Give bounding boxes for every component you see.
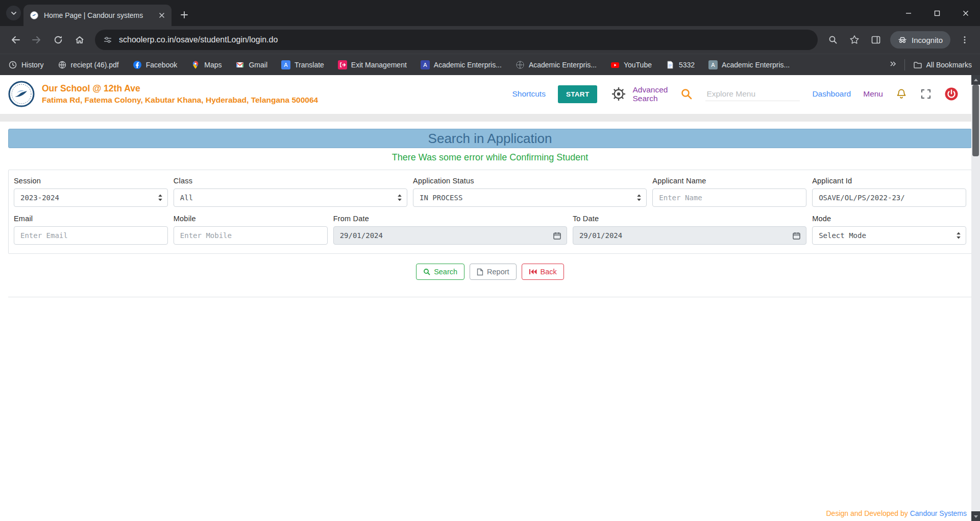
page-scrollbar[interactable] (971, 75, 980, 521)
field-from-date: From Date 29/01/2024 (333, 215, 567, 245)
facebook-icon (133, 60, 142, 69)
bookmark-reciept-pdf[interactable]: reciept (46).pdf (58, 60, 119, 69)
rewind-icon (529, 268, 537, 275)
explore-search-icon[interactable] (680, 87, 693, 101)
bookmark-academic-1[interactable]: A Academic Enterpris... (421, 60, 502, 69)
bookmark-label: YouTube (624, 61, 652, 69)
error-message: There Was some error while Confirming St… (8, 152, 972, 163)
bookmark-label: Facebook (146, 61, 177, 69)
scroll-down-icon (973, 514, 978, 518)
mobile-input[interactable] (174, 226, 328, 245)
bookmarks-overflow-button[interactable] (889, 60, 896, 69)
back-form-button[interactable]: Back (522, 264, 564, 280)
logout-power-button[interactable] (944, 87, 959, 101)
email-input[interactable] (14, 226, 168, 245)
bookmark-label: Translate (295, 61, 324, 69)
browser-tab[interactable]: Home Page | Candour systems (23, 5, 172, 26)
forward-arrow-icon (31, 34, 42, 45)
bookmark-translate[interactable]: A Translate (281, 60, 324, 69)
incognito-icon (898, 35, 907, 44)
advanced-search-button[interactable]: Advanced Search (609, 85, 668, 103)
window-minimize-button[interactable] (894, 0, 923, 26)
reload-button[interactable] (48, 30, 68, 50)
bookmark-youtube[interactable]: YouTube (610, 60, 652, 69)
forward-button[interactable] (27, 30, 47, 50)
shortcuts-link[interactable]: Shortcuts (512, 89, 545, 99)
bookmark-label: Academic Enterpris... (529, 61, 597, 69)
school-info: Our School @ 12th Ave Fatima Rd, Fatema … (42, 83, 318, 105)
site-header: Our School @ 12th Ave Fatima Rd, Fatema … (0, 75, 980, 113)
browser-menu-button[interactable] (954, 30, 975, 50)
zoom-button[interactable] (823, 30, 843, 50)
to-date-input[interactable]: 29/01/2024 (573, 226, 806, 245)
home-button[interactable] (69, 30, 90, 50)
session-label: Session (14, 177, 168, 185)
report-file-icon (477, 268, 483, 276)
bookmark-facebook[interactable]: Facebook (133, 60, 177, 69)
back-button[interactable] (5, 30, 26, 50)
bookmark-history[interactable]: History (8, 60, 44, 69)
bookmark-5332[interactable]: 5332 (666, 60, 695, 69)
plus-icon (180, 11, 188, 19)
applicant-id-input[interactable] (812, 188, 966, 207)
window-maximize-button[interactable] (923, 0, 951, 26)
mode-select[interactable]: Select Mode (812, 226, 966, 245)
applicant-name-label: Applicant Name (652, 177, 806, 185)
scroll-down-button[interactable] (971, 511, 980, 521)
bookmark-star-button[interactable] (844, 30, 865, 50)
scrollbar-thumb[interactable] (972, 85, 979, 156)
class-select[interactable]: All (174, 188, 407, 207)
search-button[interactable]: Search (416, 264, 464, 280)
bookmark-academic-3[interactable]: A Academic Enterpris... (708, 60, 790, 69)
dashboard-link[interactable]: Dashboard (812, 89, 851, 99)
scroll-up-icon (973, 78, 978, 82)
application-status-select[interactable]: IN PROCESS (413, 188, 647, 207)
incognito-badge: Incognito (890, 31, 950, 49)
academic-icon: A (421, 60, 430, 69)
header-divider-strip (0, 114, 980, 122)
tab-close-icon[interactable] (156, 10, 167, 21)
from-date-input[interactable]: 29/01/2024 (333, 226, 567, 245)
field-application-status: Application Status IN PROCESS (413, 177, 647, 207)
globe-icon (58, 60, 67, 69)
select-arrows-icon (158, 194, 163, 202)
from-date-label: From Date (333, 215, 567, 223)
email-label: Email (14, 215, 168, 223)
address-bar[interactable]: schoolerp.co.in/osave/studentLogin/login… (95, 30, 818, 50)
bookmark-label: Academic Enterpris... (722, 61, 790, 69)
applicant-name-input[interactable] (652, 188, 806, 207)
menu-link[interactable]: Menu (863, 89, 883, 99)
advanced-search-label: Advanced Search (632, 85, 668, 103)
explore-menu-input[interactable] (705, 87, 800, 101)
side-panel-button[interactable] (866, 30, 886, 50)
fullscreen-icon[interactable] (920, 88, 932, 100)
credit-link[interactable]: Candour Systems (910, 509, 967, 517)
site-settings-icon[interactable] (103, 35, 112, 44)
start-button[interactable]: START (558, 85, 598, 103)
field-class: Class All (174, 177, 407, 207)
search-icon (423, 268, 430, 275)
bookmark-maps[interactable]: Maps (191, 60, 222, 69)
report-button[interactable]: Report (470, 264, 517, 280)
session-select[interactable]: 2023-2024 (14, 188, 168, 207)
bookmark-exit-management[interactable]: Exit Management (338, 60, 407, 69)
page-title: Search in Application (8, 129, 972, 148)
bell-icon[interactable] (895, 88, 908, 100)
mobile-label: Mobile (174, 215, 328, 223)
field-mobile: Mobile (174, 215, 328, 245)
kebab-menu-icon (960, 35, 969, 44)
field-applicant-name: Applicant Name (652, 177, 806, 207)
tab-search-button[interactable] (6, 6, 21, 20)
new-tab-button[interactable] (177, 7, 192, 22)
bookmark-academic-2[interactable]: Academic Enterpris... (516, 60, 597, 69)
all-bookmarks-button[interactable]: All Bookmarks (913, 60, 972, 69)
bookmark-gmail[interactable]: Gmail (235, 60, 267, 69)
window-close-button[interactable] (951, 0, 980, 26)
svg-text:A: A (423, 62, 427, 68)
calendar-icon[interactable] (553, 231, 561, 240)
school-logo (8, 81, 35, 107)
scroll-up-button[interactable] (971, 75, 980, 85)
calendar-icon[interactable] (792, 231, 801, 240)
footer-credit: Design and Developed by Candour Systems (826, 509, 967, 517)
bookmark-label: Gmail (249, 61, 267, 69)
